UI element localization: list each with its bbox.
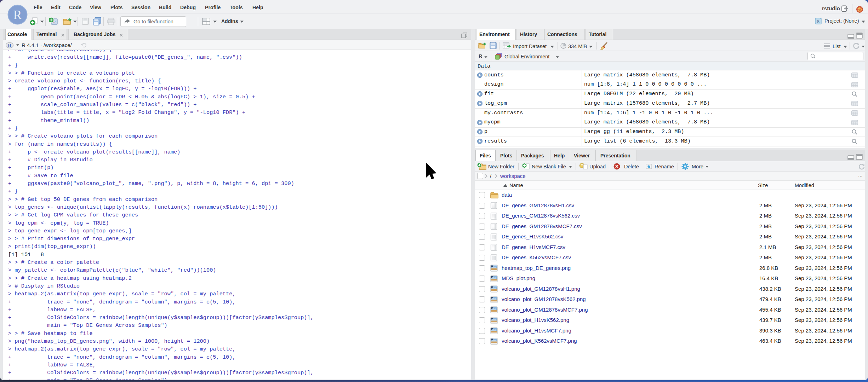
svg-text:R: R (8, 43, 12, 48)
svg-text:R: R (817, 19, 820, 23)
svg-text:R: R (13, 8, 22, 22)
